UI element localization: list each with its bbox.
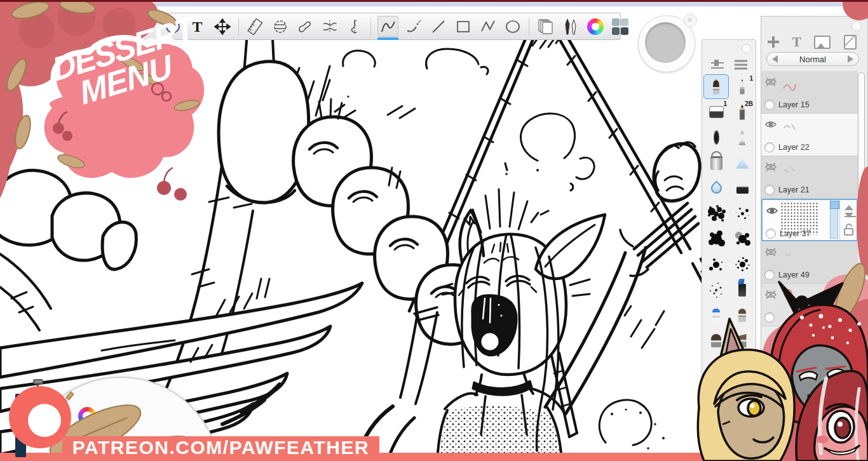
water-drop-icon (709, 180, 724, 196)
angled-brush-icon (738, 334, 747, 347)
layer-radio[interactable] (764, 270, 775, 280)
line-tool[interactable] (428, 17, 448, 36)
eye-off-icon[interactable] (764, 77, 777, 90)
layer-radio[interactable] (764, 185, 775, 195)
brush-charcoal[interactable] (703, 125, 729, 150)
color-wheel-button[interactable] (585, 17, 605, 36)
layer-row-49[interactable]: Layer 49 (761, 241, 858, 284)
brush-pencil[interactable]: 2B (729, 100, 755, 124)
symmetry-guide-tool[interactable] (270, 17, 290, 36)
airbrush-icon (738, 130, 747, 145)
patreon-logo-inner (28, 404, 61, 437)
window-top-edge (0, 0, 868, 2)
blend-mode-label: Normal (799, 55, 826, 64)
mesh-transform-tool[interactable] (320, 17, 339, 36)
layer-name: Layer 15 (778, 100, 810, 109)
layer-opacity-slider[interactable] (830, 201, 838, 239)
brush-bucket[interactable] (703, 150, 729, 175)
ink-drops-icon (713, 262, 719, 268)
brush-splatter-3[interactable] (729, 252, 755, 277)
patreon-logo (8, 386, 84, 461)
move-tool[interactable] (212, 17, 232, 36)
add-image-layer-button[interactable] (814, 36, 831, 49)
layer-mask-button[interactable] (844, 35, 857, 50)
widget-collapse-button[interactable] (684, 14, 697, 27)
brush-settings-icon[interactable] (710, 59, 725, 73)
banner-text: PATREON.COM/PAWFEATHER (72, 437, 369, 458)
toolbar-separator (529, 18, 529, 36)
layer-radio[interactable] (764, 312, 775, 323)
layer-controls (839, 200, 858, 240)
layer-row-15[interactable]: Layer 15 (761, 71, 858, 114)
pages-panel-button[interactable] (536, 17, 555, 36)
ink-blob-icon (711, 234, 722, 244)
layer-radio[interactable] (764, 100, 775, 110)
brush-spray-dots[interactable] (703, 277, 729, 302)
brush-paint-brush[interactable] (703, 74, 729, 99)
brush-flat[interactable] (703, 354, 729, 378)
swatches-panel-button[interactable] (610, 17, 630, 36)
layer-row-21[interactable]: Layer 21 (761, 156, 858, 199)
ellipse-tool[interactable] (503, 17, 522, 36)
blend-mode-next-icon[interactable] (848, 55, 853, 63)
curve-snap-tool[interactable] (295, 17, 315, 36)
brush-eraser[interactable]: 1 (703, 100, 729, 124)
brush-panel-scrollbar[interactable] (704, 380, 755, 389)
ruler-tool[interactable] (245, 17, 265, 36)
brush-fan[interactable] (729, 354, 755, 378)
eye-off-icon[interactable] (764, 162, 777, 175)
layers-panel: T Normal Layer 15 Layer 22 Layer 21 (761, 16, 868, 461)
eye-icon[interactable] (764, 119, 777, 132)
lock-icon[interactable] (843, 223, 855, 236)
brush-ink-blob-1[interactable] (703, 227, 729, 251)
patreon-banner: PATREON.COM/PAWFEATHER (62, 436, 379, 458)
layer-thumbnail (780, 116, 798, 138)
polyline-tool[interactable] (478, 17, 498, 36)
brush-spray-can[interactable] (729, 277, 755, 302)
layer-row-6[interactable] (761, 284, 858, 326)
brush-size-widget[interactable] (638, 14, 698, 72)
brush-splatter-1[interactable] (703, 201, 729, 226)
layer-radio[interactable] (764, 142, 775, 152)
layer-thumbnail (780, 243, 798, 266)
eye-icon[interactable] (766, 206, 778, 218)
curve-tool-selected[interactable] (377, 16, 398, 37)
splatter-icon (741, 212, 744, 215)
brush-gradient[interactable] (729, 150, 755, 175)
toolbar-separator (238, 18, 239, 36)
brush-marker[interactable] (729, 176, 755, 201)
fan-brush-icon (738, 361, 747, 371)
layer-reorder-arrows[interactable] (843, 205, 855, 218)
layer-row-37-selected[interactable]: Layer 37 (761, 199, 858, 241)
eye-off-icon[interactable] (764, 247, 777, 260)
brush-ink-blob-2[interactable] (729, 227, 755, 251)
brush-list-icon[interactable] (734, 59, 748, 73)
brush-badge: 1 (723, 100, 727, 107)
brush-splatter-2[interactable] (729, 201, 755, 226)
brush-soft[interactable] (703, 328, 729, 353)
brush-panel-collapse-button[interactable] (742, 44, 751, 53)
liquify-tool[interactable] (344, 17, 364, 36)
brush-round[interactable] (729, 303, 755, 328)
brush-water-drop[interactable] (703, 176, 729, 201)
layer-name: Layer 49 (778, 271, 810, 279)
brush-ink-drops[interactable] (703, 252, 729, 277)
scroll-thumb[interactable] (705, 382, 729, 386)
brush-airbrush[interactable] (729, 125, 755, 150)
layer-radio[interactable] (766, 229, 776, 239)
blend-mode-prev-icon[interactable] (772, 55, 778, 63)
brush-pen[interactable]: 1 (729, 74, 755, 99)
eye-off-icon[interactable] (764, 290, 777, 302)
dot-curve-tool[interactable] (403, 17, 423, 36)
add-layer-button[interactable] (768, 36, 779, 48)
layer-row-22[interactable]: Layer 22 (761, 114, 858, 156)
blend-mode-selector[interactable]: Normal (766, 52, 859, 66)
layers-panel-collapse-button[interactable] (851, 21, 862, 31)
brush-angled[interactable] (729, 328, 755, 353)
layers-scrollbar[interactable] (858, 72, 865, 204)
brush-paint-blue[interactable] (703, 303, 729, 328)
ink-blob-icon (738, 235, 747, 243)
brushes-panel-button[interactable] (560, 17, 580, 36)
rectangle-tool[interactable] (453, 17, 473, 36)
add-text-layer-button[interactable]: T (792, 36, 801, 49)
